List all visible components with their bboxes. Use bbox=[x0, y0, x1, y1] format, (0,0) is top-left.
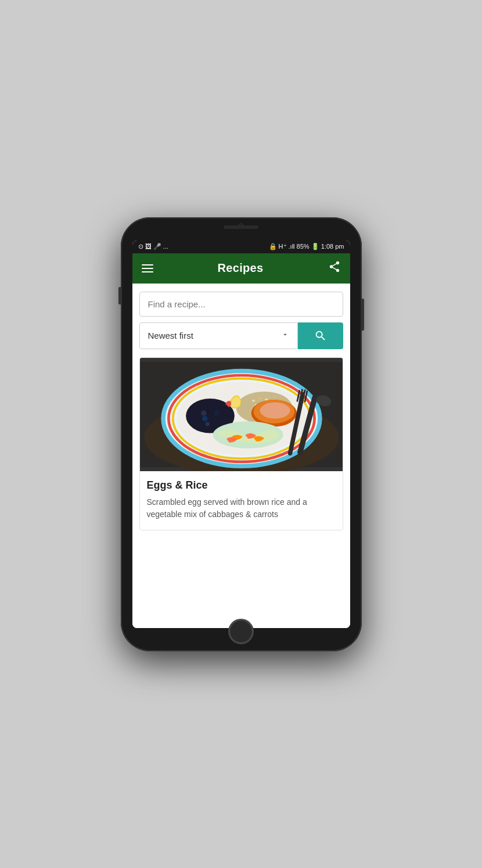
chevron-down-icon bbox=[281, 331, 289, 340]
status-bar: ⊙ 🖼 🎤 ... 🔒 H⁺ .ıll 85% 🔋 1:08 pm bbox=[132, 241, 350, 253]
phone-device: ⊙ 🖼 🎤 ... 🔒 H⁺ .ıll 85% 🔋 1:08 pm Recipe… bbox=[121, 217, 362, 651]
phone-side-button-right bbox=[362, 299, 364, 331]
hamburger-line-1 bbox=[142, 264, 153, 266]
hamburger-line-2 bbox=[142, 268, 153, 269]
app-header: Recipes bbox=[132, 253, 350, 284]
recipe-info: Eggs & Rice Scrambled egg served with br… bbox=[140, 471, 343, 530]
status-bar-right: 🔒 H⁺ .ıll 85% 🔋 1:08 pm bbox=[269, 243, 344, 250]
hamburger-line-3 bbox=[142, 271, 153, 272]
share-button[interactable] bbox=[328, 260, 341, 276]
status-bar-left: ⊙ 🖼 🎤 ... bbox=[138, 243, 168, 250]
search-button[interactable] bbox=[298, 322, 343, 349]
phone-screen: ⊙ 🖼 🎤 ... 🔒 H⁺ .ıll 85% 🔋 1:08 pm Recipe… bbox=[132, 241, 350, 628]
sort-label: Newest first bbox=[148, 331, 193, 340]
phone-side-button-left bbox=[118, 287, 121, 304]
svg-point-13 bbox=[205, 422, 209, 426]
recipe-title: Eggs & Rice bbox=[147, 479, 336, 492]
recipe-description: Scrambled egg served with brown rice and… bbox=[147, 496, 336, 521]
svg-point-11 bbox=[202, 415, 207, 421]
phone-home-button[interactable] bbox=[228, 619, 254, 644]
svg-point-8 bbox=[201, 410, 206, 415]
food-illustration bbox=[140, 358, 343, 471]
recipe-image bbox=[140, 358, 343, 471]
recipe-card[interactable]: Eggs & Rice Scrambled egg served with br… bbox=[139, 357, 343, 530]
svg-point-25 bbox=[260, 402, 290, 418]
svg-point-9 bbox=[207, 407, 213, 412]
search-input-wrapper bbox=[139, 292, 343, 317]
share-icon bbox=[328, 260, 341, 273]
svg-point-10 bbox=[214, 410, 219, 415]
phone-speaker bbox=[224, 225, 258, 229]
sort-dropdown[interactable]: Newest first bbox=[139, 322, 298, 349]
search-input[interactable] bbox=[140, 292, 343, 316]
hamburger-menu-button[interactable] bbox=[142, 264, 153, 272]
search-icon bbox=[314, 329, 327, 342]
svg-point-12 bbox=[210, 418, 215, 424]
status-icons-right: 🔒 H⁺ .ıll 85% 🔋 1:08 pm bbox=[269, 243, 344, 250]
app-title: Recipes bbox=[218, 261, 264, 275]
status-icons-left: ⊙ 🖼 🎤 ... bbox=[138, 243, 168, 250]
content-area: Newest first bbox=[132, 284, 350, 628]
filter-row: Newest first bbox=[139, 322, 343, 349]
